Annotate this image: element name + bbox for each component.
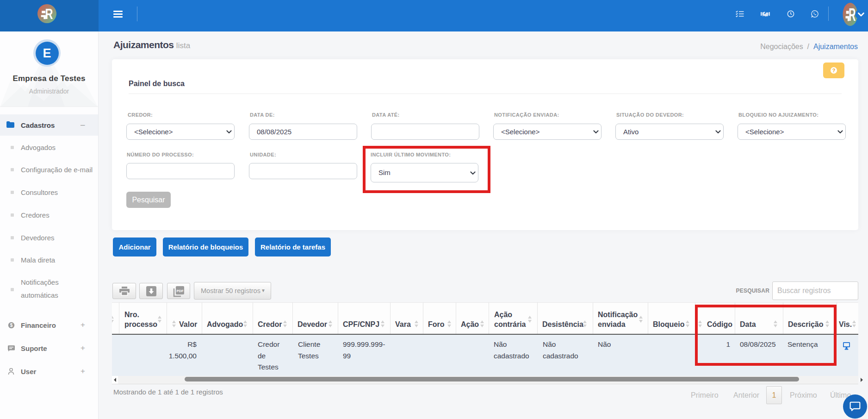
svg-text:PDF: PDF (177, 289, 184, 293)
svg-text:R: R (849, 5, 856, 25)
svg-text:R: R (45, 6, 53, 22)
svg-text:$: $ (10, 323, 13, 328)
